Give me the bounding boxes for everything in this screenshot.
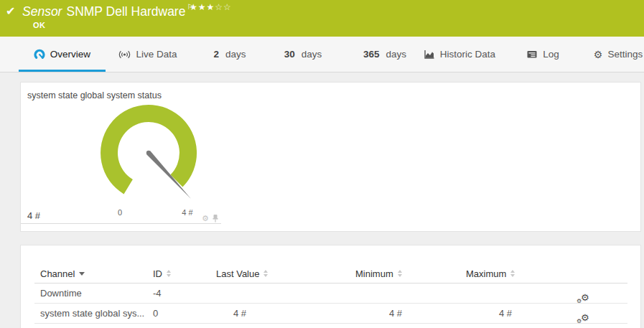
tab-live-data[interactable]: Live Data [112, 37, 184, 72]
gauge-tile-divider [21, 223, 221, 224]
broadcast-icon [118, 50, 131, 60]
sort-icon [398, 270, 402, 277]
tab-30-days[interactable]: 30 days [280, 37, 326, 72]
gauge-panel: system state global system status 0 4 # … [20, 82, 641, 232]
gauge-scale-min: 0 [113, 208, 127, 217]
status-badge: OK [33, 21, 45, 29]
status-gauge [21, 101, 222, 209]
tab-label: days [386, 49, 407, 60]
column-header-maximum[interactable]: Maximum [466, 268, 577, 279]
tab-number: 30 [284, 49, 295, 60]
channel-name[interactable]: Downtime [34, 288, 153, 299]
channel-maximum: 4 # [466, 308, 512, 319]
channel-minimum: 4 # [355, 308, 402, 319]
gear-icon: ⚙ [581, 313, 589, 322]
gauge-title: system state global system status [27, 90, 162, 100]
channel-last-value: 4 # [216, 308, 246, 319]
tab-label: Settings [607, 49, 643, 60]
column-label: Minimum [355, 268, 393, 279]
gear-icon[interactable]: ⚙ [202, 215, 209, 222]
column-label: Last Value [216, 268, 259, 279]
sort-icon [510, 270, 515, 277]
tab-overview[interactable]: Overview [19, 37, 106, 72]
star-filled-icons[interactable]: ★★★ [190, 2, 215, 12]
gauge-toolbar: ⚙ [202, 214, 219, 222]
tab-2-days[interactable]: 2 days [207, 37, 253, 72]
table-row[interactable]: Downtime -4 ⚙ ⚙ [34, 284, 627, 304]
sensor-title: SensorSNMP Dell Hardware⚐ [22, 3, 193, 19]
gauge-arc [101, 105, 197, 194]
gauge-needle-hub [146, 151, 151, 155]
sensor-name: SNMP Dell Hardware [66, 4, 185, 19]
log-icon [526, 50, 538, 59]
tab-label: Overview [50, 49, 90, 60]
tab-label: days [225, 49, 246, 60]
tab-number: 2 [213, 49, 219, 60]
sensor-header: ✔ SensorSNMP Dell Hardware⚐ ★★★☆☆ OK [0, 0, 644, 37]
sensor-kind-label: Sensor [22, 4, 62, 19]
gauge-icon [34, 49, 45, 60]
column-label: ID [153, 268, 162, 279]
sort-desc-icon [79, 272, 85, 276]
channel-id: 0 [153, 308, 216, 319]
channel-name[interactable]: system state global sys... [34, 308, 153, 319]
tab-log[interactable]: Log [523, 37, 563, 72]
table-row[interactable]: system state global sys... 0 4 # 4 # 4 #… [34, 304, 627, 324]
status-check-icon: ✔ [6, 4, 15, 18]
tab-365-days[interactable]: 365 days [359, 37, 411, 72]
column-header-minimum[interactable]: Minimum [355, 268, 466, 279]
pin-icon[interactable] [212, 214, 219, 222]
channel-table: Channel ID Last Value Minimum Maximum [34, 264, 627, 324]
star-empty-icons[interactable]: ☆☆ [215, 2, 232, 12]
tab-label: Live Data [136, 49, 177, 60]
column-label: Channel [40, 268, 75, 279]
gear-icon: ⚙ [577, 299, 582, 304]
tab-label: days [302, 49, 322, 60]
column-label: Maximum [466, 268, 506, 279]
table-header-row: Channel ID Last Value Minimum Maximum [34, 264, 627, 284]
tab-label: Historic Data [440, 49, 495, 60]
gear-icon: ⚙ [581, 293, 589, 302]
tab-label: Log [543, 49, 559, 60]
column-header-channel[interactable]: Channel [34, 268, 153, 279]
gauge-current-value: 4 # [27, 210, 40, 221]
column-header-id[interactable]: ID [153, 268, 216, 279]
channel-table-panel: Channel ID Last Value Minimum Maximum [20, 245, 641, 328]
column-header-last-value[interactable]: Last Value [216, 268, 355, 279]
gauge-scale-max: 4 # [176, 208, 199, 217]
tab-number: 365 [363, 49, 380, 60]
tab-settings[interactable]: ⚙ Settings [590, 37, 644, 72]
sort-icon [167, 270, 171, 277]
gear-icon: ⚙ [594, 50, 603, 60]
tab-bar: Overview Live Data 2 days 30 days 365 da… [0, 37, 644, 72]
channel-id: -4 [153, 288, 216, 299]
area-chart-icon [424, 49, 435, 60]
priority-stars[interactable]: ★★★☆☆ [190, 2, 232, 12]
gear-icon: ⚙ [577, 319, 582, 324]
tab-historic-data[interactable]: Historic Data [420, 37, 499, 72]
sort-icon [263, 270, 268, 277]
